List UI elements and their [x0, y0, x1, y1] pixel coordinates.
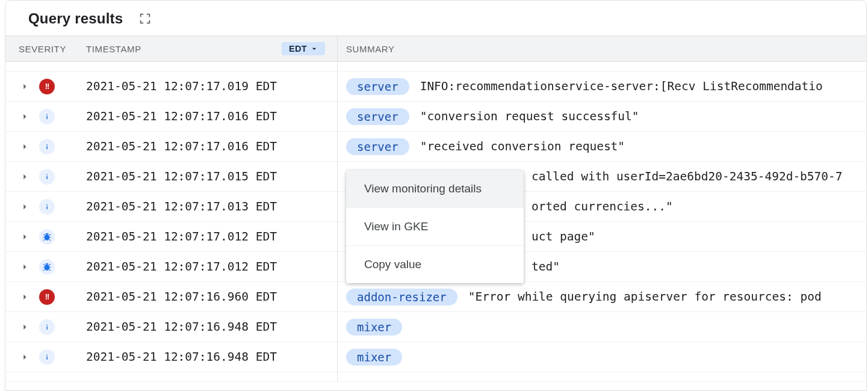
log-timestamp: 2021-05-21 12:07:16.948 EDT — [76, 320, 337, 334]
container-badge[interactable]: mixer — [346, 319, 402, 335]
svg-point-8 — [45, 234, 49, 240]
log-summary: INFO:recommendationservice-server:[Recv … — [420, 79, 823, 93]
error-icon: !! — [39, 289, 55, 305]
expand-row-icon[interactable] — [19, 111, 31, 123]
log-summary: "received conversion request" — [420, 139, 625, 153]
info-icon — [39, 199, 55, 215]
expand-row-icon[interactable] — [19, 81, 31, 93]
table-row-partial — [5, 62, 866, 72]
table-row[interactable]: 2021-05-21 12:07:17.016 EDTserver"conver… — [5, 102, 866, 132]
log-summary: ted" — [532, 260, 560, 274]
svg-rect-3 — [46, 144, 47, 144]
log-summary: uct page" — [532, 230, 595, 243]
container-badge[interactable]: server — [346, 138, 409, 155]
container-badge[interactable]: addon-resizer — [346, 289, 457, 305]
col-header-timestamp[interactable]: TIMESTAMP EDT — [76, 42, 337, 55]
expand-row-icon[interactable] — [19, 351, 31, 363]
col-header-summary[interactable]: SUMMARY — [337, 36, 866, 61]
table-header: SEVERITY TIMESTAMP EDT SUMMARY — [5, 35, 866, 62]
table-row[interactable]: 2021-05-21 12:07:16.948 EDTmixer — [5, 312, 866, 342]
container-badge[interactable]: server — [346, 78, 409, 95]
log-summary: orted currencies..." — [532, 200, 673, 213]
expand-row-icon[interactable] — [19, 321, 31, 333]
col-header-severity[interactable]: SEVERITY — [5, 44, 76, 54]
svg-rect-7 — [46, 204, 47, 204]
svg-rect-6 — [46, 206, 47, 209]
log-summary: "conversion request successful" — [420, 109, 639, 123]
svg-rect-1 — [46, 114, 47, 114]
svg-rect-13 — [46, 354, 47, 355]
panel-header: Query results — [5, 1, 866, 35]
col-header-timestamp-label: TIMESTAMP — [86, 44, 141, 54]
expand-row-icon[interactable] — [19, 291, 31, 303]
svg-rect-2 — [46, 145, 47, 149]
svg-point-9 — [45, 265, 49, 270]
expand-row-icon[interactable] — [19, 171, 31, 183]
svg-rect-0 — [46, 115, 47, 118]
menu-item-view-in-gke[interactable]: View in GKE — [346, 208, 524, 246]
fullscreen-icon[interactable] — [138, 12, 152, 25]
timezone-label: EDT — [289, 44, 307, 54]
container-badge[interactable]: mixer — [346, 349, 402, 366]
log-timestamp: 2021-05-21 12:07:17.016 EDT — [76, 139, 337, 153]
log-summary: "Error while querying apiserver for reso… — [468, 290, 822, 304]
log-timestamp: 2021-05-21 12:07:16.960 EDT — [76, 290, 337, 304]
info-icon — [39, 319, 55, 335]
table-row[interactable]: !!2021-05-21 12:07:16.960 EDTaddon-resiz… — [5, 282, 866, 312]
query-results-panel: Query results SEVERITY TIMESTAMP EDT SUM… — [5, 0, 867, 391]
error-icon: !! — [39, 79, 55, 94]
info-icon — [39, 139, 55, 155]
debug-icon — [39, 229, 55, 245]
log-timestamp: 2021-05-21 12:07:17.015 EDT — [76, 170, 337, 183]
menu-item-view-monitoring[interactable]: View monitoring details — [346, 170, 524, 208]
svg-rect-11 — [46, 324, 47, 325]
timezone-selector[interactable]: EDT — [282, 42, 325, 55]
expand-row-icon[interactable] — [19, 261, 31, 273]
svg-rect-12 — [46, 356, 47, 359]
expand-row-icon[interactable] — [19, 231, 31, 243]
debug-icon — [39, 259, 55, 275]
expand-row-icon[interactable] — [19, 141, 31, 153]
table-row[interactable]: 2021-05-21 12:07:16.948 EDTmixer — [5, 342, 866, 372]
svg-rect-4 — [46, 176, 47, 179]
log-timestamp: 2021-05-21 12:07:17.012 EDT — [76, 260, 337, 274]
table-row[interactable]: 2021-05-21 12:07:17.016 EDTserver"receiv… — [5, 132, 866, 162]
table-row-partial — [5, 372, 866, 382]
context-menu: View monitoring details View in GKE Copy… — [346, 170, 524, 283]
info-icon — [39, 169, 55, 185]
log-timestamp: 2021-05-21 12:07:17.019 EDT — [76, 79, 337, 93]
info-icon — [39, 109, 55, 124]
info-icon — [39, 349, 55, 365]
log-timestamp: 2021-05-21 12:07:16.948 EDT — [76, 350, 337, 364]
svg-rect-10 — [46, 326, 47, 329]
container-badge[interactable]: server — [346, 108, 409, 125]
log-timestamp: 2021-05-21 12:07:17.013 EDT — [76, 200, 337, 213]
panel-title: Query results — [28, 10, 123, 27]
log-timestamp: 2021-05-21 12:07:17.012 EDT — [76, 230, 337, 243]
log-summary: called with userId=2ae6bd20-2435-492d-b5… — [532, 170, 843, 183]
log-timestamp: 2021-05-21 12:07:17.016 EDT — [76, 109, 337, 123]
table-row[interactable]: !!2021-05-21 12:07:17.019 EDTserverINFO:… — [5, 72, 866, 102]
menu-item-copy-value[interactable]: Copy value — [346, 246, 524, 283]
svg-rect-5 — [46, 174, 47, 174]
expand-row-icon[interactable] — [19, 201, 31, 213]
